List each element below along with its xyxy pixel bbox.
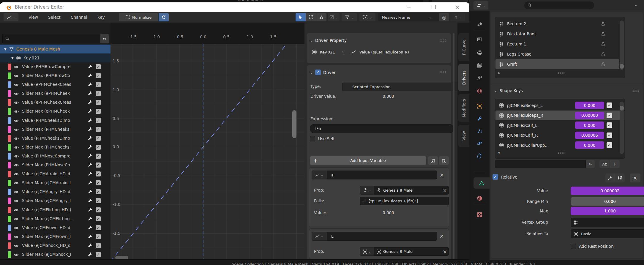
channel-enable-checkbox[interactable]: ✓ <box>96 216 101 221</box>
expand-filter-icon[interactable]: ▶ <box>498 71 500 75</box>
channel-row[interactable]: Value (eJCMFlirting_HD_( ✓ <box>0 206 111 214</box>
eye-icon[interactable] <box>14 64 19 70</box>
list-filter-footer[interactable]: ▼ <box>498 151 622 155</box>
channel-enable-checkbox[interactable]: ✓ <box>96 198 101 203</box>
channel-row[interactable]: Value (PHMNoseCompre ✓ <box>0 152 111 161</box>
channel-row[interactable]: Slider Max (PHMBrowCo ✓ <box>0 71 111 80</box>
channel-row[interactable]: Slider Max (PHMCheeksI ✓ <box>0 125 111 134</box>
eye-icon[interactable] <box>14 136 19 141</box>
menu-channel[interactable]: Channel <box>68 13 90 21</box>
channel-enable-checkbox[interactable]: ✓ <box>96 145 101 150</box>
channel-enable-checkbox[interactable]: ✓ <box>96 73 101 78</box>
menu-key[interactable]: Key <box>94 13 108 21</box>
properties-tab-texture[interactable] <box>473 209 486 220</box>
channel-enable-checkbox[interactable]: ✓ <box>96 109 101 114</box>
variable-type-dropdown[interactable]: ⌄ <box>312 232 327 241</box>
channel-enable-checkbox[interactable]: ✓ <box>96 100 101 105</box>
shape-key-row[interactable]: pJCMFlexCalf_L 0.000 ✓ <box>495 120 624 130</box>
eye-icon[interactable] <box>14 163 19 168</box>
channel-row[interactable]: Slider Max (eJCMAfraid_I ✓ <box>0 179 111 187</box>
channel-row[interactable]: Value (ePHMCheekCreas ✓ <box>0 98 111 107</box>
window-titlebar[interactable]: Blender Drivers Editor <box>0 2 469 12</box>
properties-tab-output[interactable] <box>473 47 486 58</box>
driver-panel-header[interactable]: ⌄ ✓ Driver <box>310 70 336 75</box>
tweak-tool-button[interactable] <box>296 13 306 21</box>
properties-tab-tool[interactable] <box>473 18 486 30</box>
channel-row[interactable]: Slider Max (ePHMCheek ✓ <box>0 89 111 98</box>
frame-target-dropdown[interactable]: ⌄ <box>359 13 375 21</box>
eye-icon[interactable] <box>14 109 19 114</box>
shape-key-value[interactable]: 0.000 <box>575 141 604 149</box>
channel-enable-checkbox[interactable]: ✓ <box>96 207 101 212</box>
variable-name-input[interactable]: L <box>327 232 437 241</box>
channel-row[interactable]: Slider Max (PHMCheeksI ✓ <box>0 143 111 152</box>
shape-key-value[interactable]: 0.00006 <box>575 132 604 139</box>
variable-name-input[interactable]: a <box>327 171 437 179</box>
lock-open-icon[interactable] <box>601 52 605 56</box>
shape-key-value-field[interactable]: 0.000002 <box>571 187 644 195</box>
channel-enable-checkbox[interactable]: ✓ <box>96 189 101 194</box>
shape-key-enable-checkbox[interactable]: ✓ <box>607 132 612 138</box>
editor-type-dropdown[interactable]: ⌄ <box>473 1 488 10</box>
clear-target-button[interactable]: × <box>443 187 447 193</box>
proportional-editing-button[interactable]: ◎ <box>439 13 449 21</box>
menu-view[interactable]: View <box>26 13 41 21</box>
channel-enable-checkbox[interactable]: ✓ <box>96 154 101 159</box>
channel-enable-checkbox[interactable]: ✓ <box>96 243 101 248</box>
shape-key-row[interactable]: pJCMFlexCollarUpp... 0.000 ✓ <box>495 140 624 150</box>
properties-tab-view-layer[interactable] <box>473 59 486 71</box>
box-select-tool-button[interactable] <box>306 13 316 21</box>
eye-icon[interactable] <box>14 181 19 186</box>
falloff-dropdown-disabled[interactable]: ∩ ⌄ <box>450 13 465 21</box>
expression-input[interactable]: L*a <box>310 124 454 133</box>
panel-grip[interactable] <box>632 89 640 92</box>
sidebar-tab-modifiers[interactable]: Modifiers <box>458 94 469 122</box>
variable-type-dropdown[interactable]: ⌄ <box>312 171 327 179</box>
properties-tab-object[interactable] <box>473 100 486 112</box>
list-scrollbar-track[interactable] <box>620 20 624 70</box>
pin-shape-key-button[interactable] <box>605 173 615 182</box>
vertex-group-row[interactable]: Rectum 2 <box>495 19 619 29</box>
sidebar-tab-f-curve[interactable]: F-Curve <box>458 33 469 61</box>
remove-variable-button[interactable]: × <box>437 172 446 178</box>
channel-row[interactable]: Slider Max (ePHMCheek ✓ <box>0 107 111 116</box>
breadcrumb-property[interactable]: Value (pJCMFlexBiceps_R) <box>359 50 409 54</box>
add-rest-position-row[interactable]: Add Rest Position <box>571 244 614 249</box>
add-rest-position-checkbox[interactable] <box>571 244 576 249</box>
properties-tab-modifiers[interactable] <box>473 113 486 124</box>
channel-search-input[interactable] <box>2 34 103 43</box>
sidebar-tab-view[interactable]: View <box>458 125 469 147</box>
menu-select[interactable]: Select <box>45 13 64 21</box>
channel-enable-checkbox[interactable]: ✓ <box>96 225 101 230</box>
panel-grip[interactable] <box>439 39 447 42</box>
properties-tab-object-data[interactable] <box>473 177 490 189</box>
eye-icon[interactable] <box>14 234 19 239</box>
range-max-field[interactable]: 1.000 <box>571 207 644 215</box>
vertex-group-row[interactable]: Rectum 1 <box>495 39 619 49</box>
relative-checkbox[interactable]: ✓ <box>493 174 498 180</box>
channel-row[interactable]: Value (eJCMAngry_HD_d ✓ <box>0 187 111 196</box>
eye-icon[interactable] <box>14 91 19 96</box>
vertex-group-row[interactable]: Dicktator Root <box>495 29 619 39</box>
eye-icon[interactable] <box>14 100 19 105</box>
shape-key-value[interactable]: 0.000 <box>575 122 604 129</box>
channel-row[interactable]: Value (ePHMCheekCreas ✓ <box>0 80 111 89</box>
eye-icon[interactable] <box>14 243 19 248</box>
properties-tab-material[interactable] <box>473 193 486 204</box>
shape-key-row[interactable]: pJCMFlexBiceps_R 0.00000 ✓ <box>495 111 624 121</box>
channel-enable-checkbox[interactable]: ✓ <box>96 136 101 141</box>
properties-search-input[interactable] <box>524 1 594 9</box>
channel-row[interactable]: Slider Max (eJCMFlirting_ ✓ <box>0 214 111 223</box>
paste-driver-variables-button[interactable] <box>439 156 449 165</box>
prop-target-field[interactable]: Genesis 8 Male × <box>374 186 449 195</box>
editor-type-dropdown[interactable]: ⌄ <box>4 13 18 21</box>
eye-icon[interactable] <box>14 217 19 222</box>
sort-alphabetical-button[interactable]: Az <box>599 160 610 168</box>
snap-vertices-button[interactable] <box>615 173 625 182</box>
path-field[interactable]: ["pJCMFlexBiceps_R(fin)"] <box>360 197 449 205</box>
channel-row[interactable]: Slider Max (eJCMFrown_I ✓ <box>0 232 111 241</box>
close-button[interactable] <box>451 2 464 12</box>
relative-row[interactable]: ✓ Relative <box>493 174 517 180</box>
channel-enable-checkbox[interactable]: ✓ <box>96 234 101 239</box>
normalize-auto-refresh-button[interactable] <box>159 13 169 21</box>
